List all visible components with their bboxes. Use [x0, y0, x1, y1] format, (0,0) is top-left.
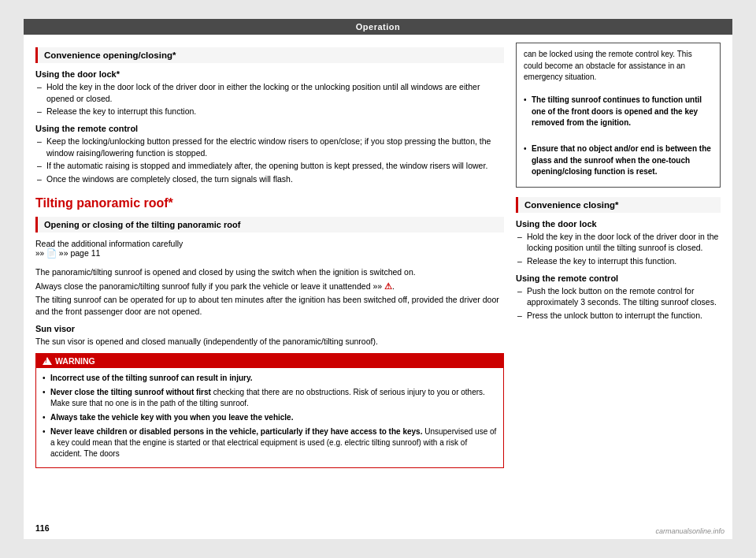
- warning-bullet-2: Never close the tilting sunroof without …: [43, 387, 497, 409]
- page-number: 116: [35, 523, 50, 533]
- door-lock-bullet-2: Release the key to interrupt this functi…: [516, 255, 721, 267]
- warning-content: Incorrect use of the tilting sunroof can…: [36, 368, 503, 467]
- opening-closing-box: Opening or closing of the tilting panora…: [35, 217, 504, 232]
- door-lock-bullet-1: Hold the key in the door lock of the dri…: [516, 231, 721, 254]
- warning-bullet-4: Never leave children or disabled persons…: [43, 426, 497, 459]
- warning-triangle-icon: [43, 357, 52, 365]
- using-remote-title-1: Using the remote control: [35, 124, 504, 133]
- watermark: carmanualsonline.info: [655, 527, 724, 535]
- convenience-closing-title: Convenience closing*: [524, 200, 619, 210]
- panoramic-text-1: The panoramic/tilting sunroof is opened …: [35, 266, 504, 278]
- header-title: Operation: [356, 22, 400, 32]
- sun-visor-text: The sun visor is opened and closed manua…: [35, 336, 504, 348]
- using-remote-title-2: Using the remote control: [516, 273, 721, 283]
- remote-bullet-1: Keep the locking/unlocking button presse…: [35, 136, 504, 158]
- header-bar: Operation: [24, 19, 732, 35]
- info-bullet-2: Ensure that no object and/or end is betw…: [524, 143, 713, 178]
- panoramic-text-2: Always close the panoramic/tilting sunro…: [35, 281, 504, 292]
- warning-bullet-3: Always take the vehicle key with you whe…: [43, 412, 497, 423]
- right-column: can be locked using the remote control k…: [516, 43, 721, 468]
- door-lock-title: Using the door lock: [516, 219, 721, 229]
- section-convenience-opening: Convenience opening/closing*: [35, 47, 504, 63]
- using-door-key-title: Using the door lock*: [35, 69, 504, 79]
- info-box: can be locked using the remote control k…: [516, 43, 721, 188]
- sun-visor-title: Sun visor: [35, 324, 504, 333]
- left-column: Convenience opening/closing* Using the d…: [35, 43, 504, 468]
- info-box-text: can be locked using the remote control k…: [524, 49, 713, 84]
- warning-box: WARNING Incorrect use of the tilting sun…: [35, 353, 504, 468]
- page-ref-icon: 📄: [46, 248, 57, 258]
- page: Operation Convenience opening/closing* U…: [24, 19, 732, 539]
- convenience-closing-section: Convenience closing*: [516, 197, 721, 213]
- tilting-title: Tilting panoramic roof*: [35, 196, 504, 210]
- info-bullet-1: The tilting sunroof continues to functio…: [524, 95, 713, 129]
- closing-remote-bullet-2: Press the unlock button to interrupt the…: [516, 310, 721, 322]
- page-ref: »» page 11: [59, 248, 101, 258]
- door-key-bullet-2: Release the key to interrupt this functi…: [35, 106, 504, 117]
- warning-symbol: ⚠: [384, 281, 392, 291]
- section-convenience-opening-title: Convenience opening/closing*: [44, 50, 176, 60]
- read-additional: Read the additional information carefull…: [35, 239, 504, 259]
- content-area: Convenience opening/closing* Using the d…: [24, 35, 732, 476]
- warning-header: WARNING: [36, 354, 503, 368]
- page-ref-arrow: »»: [35, 249, 46, 258]
- panoramic-text-3: The tilting sunroof can be operated for …: [35, 294, 504, 317]
- remote-bullet-2: If the automatic raising is stopped and …: [35, 160, 504, 172]
- warning-bullet-1: Incorrect use of the tilting sunroof can…: [43, 373, 497, 384]
- warning-label: WARNING: [55, 356, 95, 366]
- door-key-bullet-1: Hold the key in the door lock of the dri…: [35, 81, 504, 104]
- opening-closing-title: Opening or closing of the tilting panora…: [44, 220, 240, 229]
- remote-bullet-3: Once the windows are completely closed, …: [35, 173, 504, 185]
- closing-remote-bullet-1: Push the lock button on the remote contr…: [516, 285, 721, 308]
